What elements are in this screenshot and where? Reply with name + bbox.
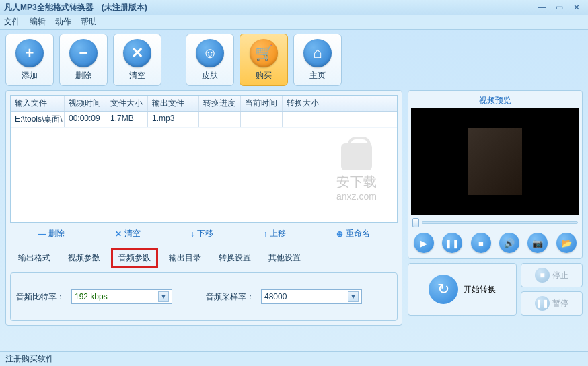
tab-audio-params[interactable]: 音频参数 <box>111 248 158 268</box>
left-panel: 输入文件 视频时间 文件大小 输出文件 转换进度 当前时间 转换大小 E:\to… <box>5 90 402 326</box>
list-clear[interactable]: ✕清空 <box>115 228 141 240</box>
close-button[interactable]: ✕ <box>569 2 584 13</box>
x-icon: ✕ <box>123 39 151 67</box>
volume-button[interactable]: 🔊 <box>499 233 519 253</box>
media-controls: ▶ ❚❚ ■ 🔊 📷 📂 <box>411 230 579 256</box>
watermark: 安下载 anxz.com <box>336 143 377 202</box>
menu-action[interactable]: 动作 <box>55 16 71 28</box>
pause-convert-button[interactable]: ❚❚ 暂停 <box>521 291 583 316</box>
tab-output-dir[interactable]: 输出目录 <box>162 248 208 268</box>
play-button[interactable]: ▶ <box>414 233 434 253</box>
x-icon: ✕ <box>115 229 122 239</box>
home-icon: ⌂ <box>303 39 332 67</box>
th-output[interactable]: 输出文件 <box>148 96 199 111</box>
menu-help[interactable]: 帮助 <box>81 16 97 28</box>
cart-icon: 🛒 <box>250 39 278 67</box>
menubar: 文件 编辑 动作 帮助 <box>0 15 588 30</box>
table-body: E:\tools\桌面\ 00:00:09 1.7MB 1.mp3 <box>11 112 397 128</box>
seek-track[interactable] <box>422 221 578 224</box>
cell-vtime: 00:00:09 <box>65 112 106 127</box>
samplerate-label: 音频采样率： <box>206 291 254 303</box>
file-table[interactable]: 输入文件 视频时间 文件大小 输出文件 转换进度 当前时间 转换大小 E:\to… <box>10 95 398 223</box>
cell-csize <box>283 112 324 127</box>
bitrate-value: 192 kbps <box>75 292 158 301</box>
list-actions: —删除 ✕清空 ↓下移 ↑上移 ⊕重命名 <box>10 223 398 245</box>
table-header: 输入文件 视频时间 文件大小 输出文件 转换进度 当前时间 转换大小 <box>11 96 397 112</box>
start-label: 开始转换 <box>464 284 496 295</box>
samplerate-value: 48000 <box>264 292 348 301</box>
tab-other-settings[interactable]: 其他设置 <box>262 248 307 268</box>
cell-ctime <box>241 112 283 127</box>
stop-button[interactable]: ■ <box>471 233 491 253</box>
maximize-button[interactable]: ▭ <box>552 2 566 13</box>
pause-icon: ❚❚ <box>535 296 550 311</box>
th-ctime[interactable]: 当前时间 <box>241 96 283 111</box>
convert-icon: ↻ <box>429 274 458 304</box>
tab-output-format[interactable]: 输出格式 <box>11 248 57 268</box>
seek-knob[interactable] <box>412 218 419 227</box>
list-up[interactable]: ↑上移 <box>263 228 286 240</box>
register-link[interactable]: 注册购买软件 <box>5 353 54 365</box>
params-panel: 音频比特率： 192 kbps ▼ 音频采样率： 48000 ▼ <box>10 272 398 321</box>
minus-icon: — <box>38 229 46 239</box>
clear-button[interactable]: ✕ 清空 <box>113 34 161 86</box>
tab-convert-settings[interactable]: 转换设置 <box>212 248 258 268</box>
menu-file[interactable]: 文件 <box>4 16 20 28</box>
bag-icon <box>341 143 372 170</box>
smile-icon: ☺ <box>196 39 224 67</box>
th-csize[interactable]: 转换大小 <box>283 96 324 111</box>
right-panel: 视频预览 ▶ ❚❚ ■ 🔊 📷 📂 <box>408 90 583 326</box>
seek-bar[interactable] <box>411 215 579 230</box>
arrow-down-icon: ↓ <box>190 229 194 239</box>
tabs: 输出格式 视频参数 音频参数 输出目录 转换设置 其他设置 <box>10 245 398 271</box>
rename-icon: ⊕ <box>336 229 343 239</box>
arrow-up-icon: ↑ <box>263 229 267 239</box>
skin-button[interactable]: ☺ 皮肤 <box>186 34 234 86</box>
buy-button[interactable]: 🛒 购买 <box>240 34 288 86</box>
menu-edit[interactable]: 编辑 <box>30 16 46 28</box>
list-delete[interactable]: —删除 <box>38 228 65 240</box>
preview-title: 视频预览 <box>411 94 579 108</box>
minus-icon: − <box>69 39 98 67</box>
bitrate-label: 音频比特率： <box>16 291 65 303</box>
add-button[interactable]: + 添加 <box>5 34 54 86</box>
list-rename[interactable]: ⊕重命名 <box>336 228 370 240</box>
stop-convert-button[interactable]: ■ 停止 <box>521 263 583 287</box>
table-row[interactable]: E:\tools\桌面\ 00:00:09 1.7MB 1.mp3 <box>11 112 397 128</box>
tab-video-params[interactable]: 视频参数 <box>61 248 107 268</box>
cell-input: E:\tools\桌面\ <box>11 112 65 127</box>
cell-output: 1.mp3 <box>148 112 199 127</box>
preview-box: 视频预览 ▶ ❚❚ ■ 🔊 📷 📂 <box>408 90 583 259</box>
bitrate-select[interactable]: 192 kbps ▼ <box>71 289 172 304</box>
pause-button[interactable]: ❚❚ <box>442 233 462 253</box>
stop-icon: ■ <box>535 268 550 283</box>
titlebar: 凡人MP3全能格式转换器 (未注册版本) — ▭ ✕ <box>0 0 588 15</box>
plus-icon: + <box>15 39 44 67</box>
th-vtime[interactable]: 视频时间 <box>65 96 106 111</box>
video-thumbnail <box>468 128 522 195</box>
cell-fsize: 1.7MB <box>106 112 148 127</box>
start-convert-button[interactable]: ↻ 开始转换 <box>408 263 517 316</box>
video-preview[interactable] <box>411 108 579 215</box>
window-title: 凡人MP3全能格式转换器 (未注册版本) <box>4 2 531 13</box>
chevron-down-icon: ▼ <box>158 291 169 302</box>
chevron-down-icon: ▼ <box>348 291 359 302</box>
th-input[interactable]: 输入文件 <box>11 96 65 111</box>
toolbar: + 添加 − 删除 ✕ 清空 ☺ 皮肤 🛒 购买 ⌂ 主页 <box>5 34 583 86</box>
list-down[interactable]: ↓下移 <box>190 228 213 240</box>
open-button[interactable]: 📂 <box>556 233 577 253</box>
home-button[interactable]: ⌂ 主页 <box>293 34 342 86</box>
samplerate-select[interactable]: 48000 ▼ <box>261 289 362 304</box>
minimize-button[interactable]: — <box>534 2 549 13</box>
snapshot-button[interactable]: 📷 <box>527 233 548 253</box>
statusbar: 注册购买软件 <box>0 351 588 366</box>
th-fsize[interactable]: 文件大小 <box>106 96 148 111</box>
th-progress[interactable]: 转换进度 <box>199 96 241 111</box>
cell-progress <box>199 112 241 127</box>
delete-button[interactable]: − 删除 <box>59 34 108 86</box>
